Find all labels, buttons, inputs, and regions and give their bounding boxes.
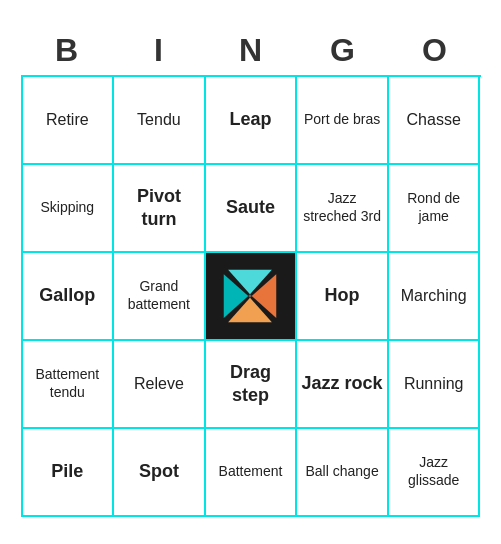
cell-label: Gallop	[39, 284, 95, 307]
header-letter: I	[113, 28, 205, 73]
bingo-cell: Gallop	[23, 253, 115, 341]
cell-label: Hop	[325, 284, 360, 307]
bingo-cell: Jazz streched 3rd	[297, 165, 389, 253]
bingo-cell: Retire	[23, 77, 115, 165]
bingo-cell: Port de bras	[297, 77, 389, 165]
bingo-header: BINGO	[21, 28, 481, 73]
bingo-cell: Releve	[114, 341, 206, 429]
cell-label: Skipping	[40, 199, 94, 217]
cell-label: Rond de jame	[393, 190, 475, 225]
cell-label: Tendu	[137, 110, 181, 130]
cell-label: Grand battement	[118, 278, 200, 313]
bingo-cell: Jazz glissade	[389, 429, 481, 517]
cell-label: Jazz glissade	[393, 454, 475, 489]
cell-label: Jazz streched 3rd	[301, 190, 383, 225]
cell-label: Pile	[51, 460, 83, 483]
bingo-cell: Tendu	[114, 77, 206, 165]
cell-label: Spot	[139, 460, 179, 483]
cell-label: Marching	[401, 286, 467, 306]
bingo-cell: Leap	[206, 77, 298, 165]
cell-label: Pivot turn	[118, 185, 200, 230]
bingo-grid: RetireTenduLeapPort de brasChasseSkippin…	[21, 75, 481, 517]
bingo-cell: Drag step	[206, 341, 298, 429]
cell-label: Port de bras	[304, 111, 380, 129]
cell-label: Saute	[226, 196, 275, 219]
header-letter: O	[389, 28, 481, 73]
header-letter: G	[297, 28, 389, 73]
bingo-cell: Ball change	[297, 429, 389, 517]
bingo-cell: Chasse	[389, 77, 481, 165]
cell-label: Leap	[229, 108, 271, 131]
bingo-cell: Grand battement	[114, 253, 206, 341]
bingo-cell: Battement tendu	[23, 341, 115, 429]
cell-label: Ball change	[306, 463, 379, 481]
bingo-cell: Jazz rock	[297, 341, 389, 429]
bingo-cell: Pile	[23, 429, 115, 517]
cell-label: Releve	[134, 374, 184, 394]
bingo-cell: Battement	[206, 429, 298, 517]
bingo-cell: Rond de jame	[389, 165, 481, 253]
bingo-cell: Running	[389, 341, 481, 429]
cell-label: Running	[404, 374, 464, 394]
cell-label: Jazz rock	[302, 372, 383, 395]
bingo-cell	[206, 253, 298, 341]
bingo-cell: Saute	[206, 165, 298, 253]
cell-label: Chasse	[407, 110, 461, 130]
cell-label: Retire	[46, 110, 89, 130]
bingo-card: BINGO RetireTenduLeapPort de brasChasseS…	[11, 18, 491, 527]
header-letter: N	[205, 28, 297, 73]
bingo-cell: Spot	[114, 429, 206, 517]
bingo-cell: Hop	[297, 253, 389, 341]
bingo-cell: Skipping	[23, 165, 115, 253]
cell-label: Drag step	[210, 361, 292, 406]
cell-label: Battement	[219, 463, 283, 481]
bingo-cell: Pivot turn	[114, 165, 206, 253]
cell-label: Battement tendu	[27, 366, 109, 401]
bingo-cell: Marching	[389, 253, 481, 341]
header-letter: B	[21, 28, 113, 73]
